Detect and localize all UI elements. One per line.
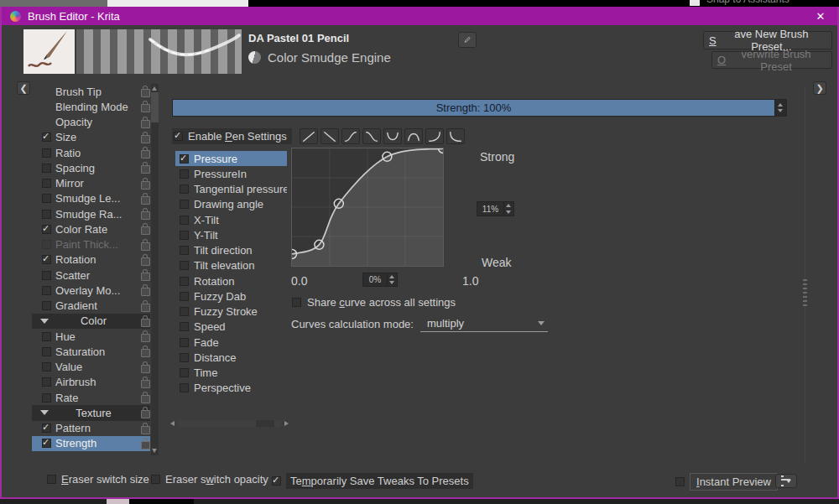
lock-icon[interactable] — [141, 349, 150, 357]
brush-option-row[interactable]: Value — [32, 360, 150, 375]
sensor-row[interactable]: Tilt direction — [175, 243, 287, 258]
brush-option-row[interactable]: Spacing — [32, 160, 150, 175]
option-checkbox[interactable] — [42, 194, 51, 203]
scrollbar-thumb[interactable] — [151, 92, 159, 122]
sensor-checkbox[interactable] — [180, 261, 189, 270]
sensor-checkbox[interactable] — [180, 277, 189, 286]
sensor-row[interactable]: X-Tilt — [175, 212, 287, 227]
sensor-checkbox[interactable] — [180, 322, 189, 331]
sensor-row[interactable]: Fade — [175, 335, 287, 350]
option-checkbox[interactable] — [42, 377, 51, 387]
brush-option-row[interactable]: Blending Mode — [32, 99, 150, 114]
sensor-row[interactable]: Pressure — [175, 151, 287, 166]
brush-option-row[interactable]: Size — [32, 130, 150, 145]
sensor-row[interactable]: Distance — [175, 350, 287, 365]
brush-option-row[interactable]: Smudge Le... — [32, 191, 150, 206]
close-icon[interactable]: ✕ — [810, 8, 831, 24]
lock-icon[interactable] — [141, 365, 150, 373]
brush-option-row[interactable]: Ratio — [32, 145, 150, 160]
brush-option-row[interactable]: Texture — [32, 405, 150, 420]
hscrollbar-thumb[interactable] — [256, 420, 274, 427]
option-list-scrollbar[interactable] — [151, 84, 159, 455]
brush-option-row[interactable]: Brush Tip — [32, 84, 150, 99]
curve-preset-ease-down-icon[interactable] — [446, 128, 465, 144]
sensor-row[interactable]: Tilt elevation — [175, 258, 287, 273]
temporarily-save-tweaks-checkbox[interactable]: Temporarily Save Tweaks To Presets — [272, 473, 473, 489]
lock-icon[interactable] — [141, 334, 150, 342]
sensor-checkbox[interactable] — [180, 338, 189, 347]
curve-preset-ease-up-icon[interactable] — [425, 128, 444, 144]
sensor-checkbox[interactable] — [180, 246, 189, 255]
sensor-row[interactable]: Y-Tilt — [175, 227, 287, 242]
sensor-checkbox[interactable] — [180, 353, 189, 362]
sensor-checkbox[interactable] — [180, 154, 189, 164]
option-checkbox[interactable] — [42, 301, 51, 310]
option-checkbox[interactable] — [42, 332, 51, 341]
brush-option-row[interactable]: Rotation — [32, 252, 150, 268]
lock-icon[interactable] — [141, 319, 150, 327]
curve-y-spinbox[interactable]: 11% — [477, 201, 514, 216]
curve-x-spinbox[interactable]: 0% — [362, 273, 398, 287]
option-checkbox[interactable] — [42, 179, 51, 188]
option-checkbox[interactable] — [42, 210, 51, 219]
rename-preset-button[interactable] — [458, 32, 477, 48]
sensor-checkbox[interactable] — [180, 200, 189, 209]
brush-option-row[interactable]: Saturation — [32, 344, 150, 359]
option-checkbox[interactable] — [42, 148, 51, 158]
share-curve-checkbox[interactable]: Share curve across all settings — [292, 296, 456, 309]
scroll-down-icon[interactable] — [152, 449, 157, 453]
spin-arrows[interactable] — [503, 202, 513, 216]
option-checkbox[interactable] — [42, 240, 51, 249]
lock-icon[interactable] — [141, 104, 150, 112]
sensor-checkbox[interactable] — [180, 184, 189, 194]
collapse-left-panel-button[interactable]: ❮ — [17, 81, 30, 95]
lock-icon[interactable] — [141, 165, 150, 174]
checkbox[interactable] — [675, 477, 685, 486]
lock-icon[interactable] — [141, 410, 150, 418]
checkbox[interactable] — [292, 298, 301, 307]
brush-option-row[interactable]: Pattern — [32, 421, 150, 436]
lock-icon[interactable] — [141, 226, 150, 235]
scroll-up-icon[interactable] — [152, 86, 157, 91]
sensor-row[interactable]: Fuzzy Stroke — [175, 304, 287, 320]
sensor-checkbox[interactable] — [180, 292, 189, 301]
option-checkbox[interactable] — [42, 225, 51, 234]
lock-icon[interactable] — [141, 196, 150, 205]
lock-icon[interactable] — [141, 89, 150, 97]
brush-option-row[interactable]: Strength — [32, 436, 150, 451]
spin-arrows[interactable] — [387, 273, 397, 286]
option-checkbox[interactable] — [42, 423, 51, 433]
strength-slider-spin[interactable] — [774, 100, 786, 116]
sensor-row[interactable]: Drawing angle — [175, 197, 287, 212]
lock-icon[interactable] — [141, 426, 150, 434]
instant-preview-checkbox[interactable]: Instant Preview — [675, 473, 778, 491]
brush-option-row[interactable]: Airbrush — [32, 375, 150, 390]
spin-down-icon[interactable] — [778, 109, 783, 112]
curve-preset-valley-u-icon[interactable] — [383, 128, 402, 144]
brush-option-row[interactable]: Hue — [32, 329, 150, 344]
sensor-checkbox[interactable] — [180, 368, 189, 377]
option-checkbox[interactable] — [42, 271, 51, 280]
transfer-curve-editor[interactable] — [291, 148, 444, 267]
sensor-row[interactable]: Speed — [175, 320, 287, 335]
option-checkbox[interactable] — [42, 362, 51, 372]
lock-icon[interactable] — [141, 273, 150, 281]
brush-option-row[interactable]: Smudge Ra... — [32, 206, 150, 221]
sensor-row[interactable]: Fuzzy Dab — [175, 288, 287, 304]
curve-preset-linear-down-icon[interactable] — [320, 128, 339, 144]
curve-preset-s-curve-up-icon[interactable] — [341, 128, 360, 144]
lock-icon[interactable] — [141, 150, 150, 158]
sensor-row[interactable]: Tangential pressure — [175, 182, 287, 197]
brush-option-row[interactable]: Color — [32, 314, 150, 329]
brush-option-row[interactable]: Paint Thick... — [32, 237, 150, 252]
lock-icon[interactable] — [141, 120, 150, 128]
splitter-handle[interactable] — [803, 279, 807, 308]
sensor-row[interactable]: Rotation — [175, 273, 287, 288]
brush-option-row[interactable]: Opacity — [32, 115, 150, 130]
panel-splitter[interactable] — [805, 86, 805, 464]
checkbox[interactable] — [272, 476, 281, 486]
section-collapse-icon[interactable] — [40, 319, 49, 324]
scroll-left-icon[interactable] — [170, 421, 175, 426]
brush-option-row[interactable]: Color Rate — [32, 221, 150, 236]
curve-preset-linear-up-icon[interactable] — [300, 128, 318, 144]
